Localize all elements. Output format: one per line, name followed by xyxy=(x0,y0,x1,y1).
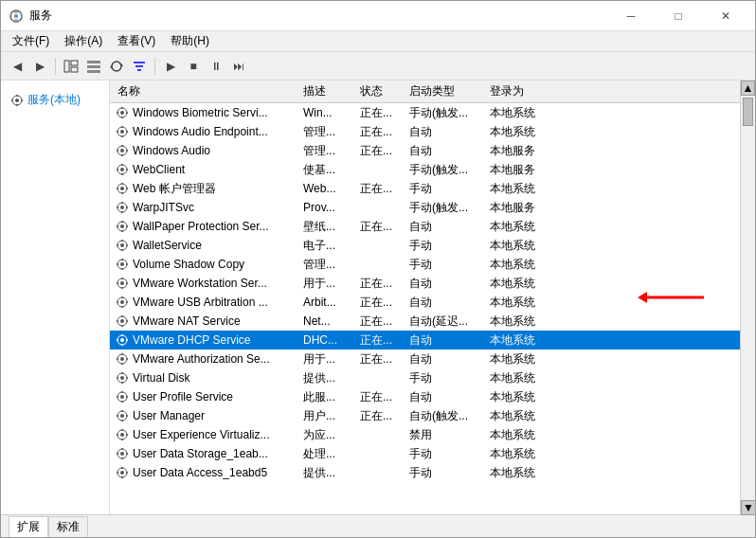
forward-button[interactable]: ▶ xyxy=(29,56,50,77)
service-icon xyxy=(116,277,129,290)
window-title: 服务 xyxy=(29,8,52,24)
minimize-button[interactable]: ─ xyxy=(609,7,653,26)
title-controls: ─ □ ✕ xyxy=(609,7,747,26)
row-name: WebClient xyxy=(110,163,299,176)
header-name[interactable]: 名称 xyxy=(110,83,299,99)
svg-marker-9 xyxy=(110,66,112,69)
main-panel: 名称 描述 状态 启动类型 登录为 Windows Biometric Serv… xyxy=(110,81,740,514)
row-login: 本地系统 xyxy=(486,295,562,311)
svg-point-122 xyxy=(120,433,124,437)
row-status: 正在... xyxy=(356,295,405,311)
row-desc: Arbit... xyxy=(299,296,356,309)
table-row[interactable]: WebClient 使基... 手动(触发... 本地服务 xyxy=(110,160,740,179)
row-service-icon xyxy=(116,239,129,252)
menu-help[interactable]: 帮助(H) xyxy=(163,31,217,51)
restart-button[interactable]: ⏭ xyxy=(228,56,249,77)
row-login: 本地系统 xyxy=(486,370,562,386)
svg-point-26 xyxy=(120,130,124,134)
svg-point-20 xyxy=(120,111,124,115)
scroll-thumb[interactable] xyxy=(743,98,753,126)
table-row[interactable]: User Data Access_1eabd5 提供... 手动 本地系统 xyxy=(110,463,740,482)
row-desc: 壁纸... xyxy=(299,219,356,235)
table-row[interactable]: WarpJITSvc Prov... 手动(触发... 本地服务 xyxy=(110,198,740,217)
row-startup: 自动 xyxy=(405,143,486,159)
row-desc: 电子... xyxy=(299,238,356,254)
refresh-button[interactable] xyxy=(106,56,127,77)
table-row[interactable]: User Experience Virtualiz... 为应... 禁用 本地… xyxy=(110,425,740,444)
scroll-up[interactable]: ▲ xyxy=(741,81,755,96)
row-status: 正在... xyxy=(356,389,405,405)
table-row[interactable]: Windows Audio 管理... 正在... 自动 本地服务 xyxy=(110,141,740,160)
tab-standard[interactable]: 标准 xyxy=(48,516,88,537)
tab-expand[interactable]: 扩展 xyxy=(9,516,48,537)
service-icon xyxy=(116,201,129,214)
table-row[interactable]: Volume Shadow Copy 管理... 手动 本地系统 xyxy=(110,255,740,274)
row-service-icon xyxy=(116,333,129,347)
table-row[interactable]: User Profile Service 此服... 正在... 自动 本地系统 xyxy=(110,387,740,406)
svg-point-1 xyxy=(14,14,18,18)
svg-rect-2 xyxy=(64,61,69,72)
svg-rect-6 xyxy=(87,65,100,68)
table-row[interactable]: Windows Biometric Servi... Win... 正在... … xyxy=(110,103,740,122)
maximize-button[interactable]: □ xyxy=(657,7,700,26)
table-row[interactable]: Virtual Disk 提供... 手动 本地系统 xyxy=(110,368,740,387)
table-row[interactable]: VMware Workstation Ser... 用于... 正在... 自动… xyxy=(110,274,740,293)
vertical-scrollbar[interactable]: ▲ ▼ xyxy=(740,81,755,514)
row-startup: 手动 xyxy=(405,370,486,386)
row-desc: DHC... xyxy=(299,333,356,347)
show-details-button[interactable] xyxy=(61,56,81,77)
table-row[interactable]: Web 帐户管理器 Web... 正在... 手动 本地系统 xyxy=(110,179,740,198)
table-row[interactable]: VMware Authorization Se... 用于... 正在... 自… xyxy=(110,350,740,368)
header-status[interactable]: 状态 xyxy=(356,83,405,99)
header-desc[interactable]: 描述 xyxy=(299,83,356,99)
row-service-icon xyxy=(116,125,129,138)
service-icon xyxy=(116,296,129,309)
back-button[interactable]: ◀ xyxy=(7,56,27,77)
table-row[interactable]: VMware DHCP Service DHC... 正在... 自动 本地系统 xyxy=(110,331,740,350)
table-row[interactable]: VMware NAT Service Net... 正在... 自动(延迟...… xyxy=(110,312,740,331)
row-startup: 手动(触发... xyxy=(405,200,486,216)
service-icon xyxy=(116,163,129,176)
menu-action[interactable]: 操作(A) xyxy=(57,31,110,51)
menu-file[interactable]: 文件(F) xyxy=(5,31,57,51)
stop-button[interactable]: ■ xyxy=(183,56,204,77)
header-startup[interactable]: 启动类型 xyxy=(405,83,486,99)
row-login: 本地系统 xyxy=(486,332,562,349)
table-row[interactable]: WalletService 电子... 手动 本地系统 xyxy=(110,236,740,255)
svg-rect-4 xyxy=(71,67,78,72)
scroll-down[interactable]: ▼ xyxy=(741,500,755,514)
table-row[interactable]: WallPaper Protection Ser... 壁纸... 正在... … xyxy=(110,217,740,236)
row-desc: 管理... xyxy=(299,124,356,140)
row-service-icon xyxy=(116,390,129,404)
table-row[interactable]: VMware USB Arbitration ... Arbit... 正在..… xyxy=(110,293,740,312)
close-button[interactable]: ✕ xyxy=(704,7,747,26)
table-row[interactable]: User Manager 用户... 正在... 自动(触发... 本地系统 xyxy=(110,406,740,425)
start-button[interactable]: ▶ xyxy=(160,56,181,77)
list-body[interactable]: Windows Biometric Servi... Win... 正在... … xyxy=(110,103,740,514)
row-login: 本地服务 xyxy=(486,200,562,216)
service-icon xyxy=(116,333,129,347)
row-desc: 为应... xyxy=(299,427,356,443)
svg-point-128 xyxy=(120,452,124,456)
svg-point-104 xyxy=(120,376,124,380)
row-login: 本地系统 xyxy=(486,446,562,462)
row-login: 本地系统 xyxy=(486,408,562,424)
row-login: 本地系统 xyxy=(486,181,562,197)
filter-button[interactable] xyxy=(129,56,150,77)
local-services-item[interactable]: 服务(本地) xyxy=(5,88,105,112)
status-bar: 扩展 标准 xyxy=(1,514,755,537)
row-name: WallPaper Protection Ser... xyxy=(110,220,299,233)
view-button[interactable] xyxy=(83,56,104,77)
svg-point-62 xyxy=(120,243,124,247)
pause-button[interactable]: ⏸ xyxy=(206,56,226,77)
service-icon xyxy=(116,409,129,422)
svg-point-50 xyxy=(120,206,124,209)
table-row[interactable]: Windows Audio Endpoint... 管理... 正在... 自动… xyxy=(110,122,740,141)
menu-view[interactable]: 查看(V) xyxy=(110,31,163,51)
svg-point-110 xyxy=(120,395,124,399)
app-icon xyxy=(9,9,24,24)
row-login: 本地服务 xyxy=(486,162,562,178)
row-login: 本地系统 xyxy=(486,219,562,235)
header-login[interactable]: 登录为 xyxy=(486,83,562,99)
table-row[interactable]: User Data Storage_1eab... 处理... 手动 本地系统 xyxy=(110,444,740,463)
